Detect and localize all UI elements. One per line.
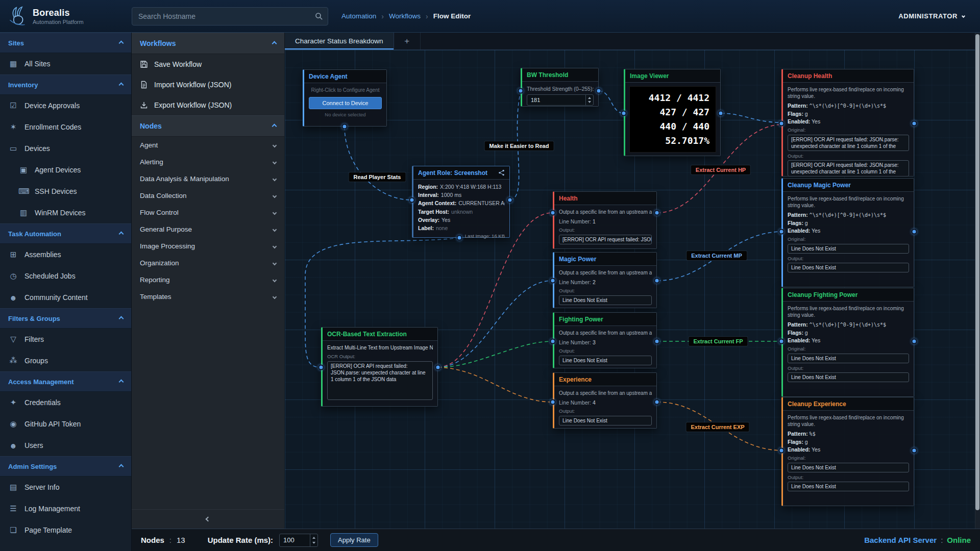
sidebar-section-admin-settings[interactable]: Admin Settings xyxy=(0,456,131,477)
sidebar-item-devices[interactable]: ▭ Devices xyxy=(0,138,131,159)
search-input[interactable] xyxy=(132,7,328,26)
port-experience-in[interactable] xyxy=(550,399,556,405)
node-bw-threshold[interactable]: BW Threshold Threshold Strength (0–255):… xyxy=(521,68,599,107)
port-magic-power-out[interactable] xyxy=(654,278,660,284)
sidebar-item-server-info[interactable]: ▤ Server Info xyxy=(0,477,131,498)
node-magic-power[interactable]: Magic Power Output a specific line from … xyxy=(553,252,657,308)
port-cleanup-magic-in[interactable] xyxy=(779,229,785,235)
port-cleanup-health-in[interactable] xyxy=(779,121,785,127)
port-cleanup-magic-out[interactable] xyxy=(912,229,917,235)
port-cleanup-fighting-in[interactable] xyxy=(779,339,785,344)
node-cleanup-experience[interactable]: Cleanup Experience Performs live regex-b… xyxy=(781,397,914,506)
sidebar-item-filters[interactable]: ▽ Filters xyxy=(0,329,131,350)
node-category-image-processing[interactable]: Image Processing xyxy=(132,238,284,255)
node-health[interactable]: Health Output a specific line from an up… xyxy=(553,191,657,249)
node-cleanup-magic-power[interactable]: Cleanup Magic Power Performs live regex-… xyxy=(781,178,914,287)
tab-character-status-breakdown[interactable]: Character Status Breakdown xyxy=(285,33,394,49)
flow-canvas[interactable]: Device Agent Right-Click to Configure Ag… xyxy=(285,50,980,529)
sidebar-item-credentials[interactable]: ✦ Credentials xyxy=(0,392,131,413)
spinner-down-button[interactable] xyxy=(586,100,593,105)
threshold-input[interactable]: 181 xyxy=(527,94,594,106)
port-cleanup-experience-in[interactable] xyxy=(779,448,785,454)
sidebar-item-log-management[interactable]: ☰ Log Management xyxy=(0,498,131,519)
threshold-value[interactable]: 181 xyxy=(527,95,585,105)
node-category-reporting[interactable]: Reporting xyxy=(132,271,284,288)
node-fighting-power[interactable]: Fighting Power Output a specific line fr… xyxy=(553,312,657,368)
node-experience[interactable]: Experience Output a specific line from a… xyxy=(553,372,657,429)
sidebar-item-enrollment-codes[interactable]: ✶ Enrollment Codes xyxy=(0,116,131,138)
node-category-general-purpose[interactable]: General Purpose xyxy=(132,221,284,238)
breadcrumb-item-workflows[interactable]: Workflows xyxy=(389,12,421,20)
sidebar-item-github-api-token[interactable]: ◉ GitHub API Token xyxy=(0,413,131,435)
port-device-agent-out[interactable] xyxy=(342,124,348,130)
port-bw-threshold-in[interactable] xyxy=(518,88,524,94)
sidebar-item-assemblies[interactable]: ⊞ Assemblies xyxy=(0,244,131,265)
add-tab-button[interactable]: + xyxy=(394,33,421,49)
sidebar-section-sites[interactable]: Sites xyxy=(0,33,131,53)
port-experience-out[interactable] xyxy=(654,399,660,405)
node-category-alerting[interactable]: Alerting xyxy=(132,154,284,170)
port-ocr-out[interactable] xyxy=(435,365,441,370)
node-cleanup-health[interactable]: Cleanup Health Performs live regex-based… xyxy=(781,69,914,177)
sidebar-item-users[interactable]: ☻ Users xyxy=(0,435,131,456)
node-category-data-analysis[interactable]: Data Analysis & Manipulation xyxy=(132,170,284,187)
node-image-viewer[interactable]: Image Viewer 4412 / 4412 427 / 427 440 /… xyxy=(624,69,721,156)
port-bw-threshold-out[interactable] xyxy=(596,88,602,94)
port-ocr-in[interactable] xyxy=(318,365,324,370)
port-health-out[interactable] xyxy=(654,210,660,216)
node-category-agent[interactable]: Agent xyxy=(132,137,284,154)
node-device-agent[interactable]: Device Agent Right-Click to Configure Ag… xyxy=(303,69,387,127)
sidebar-section-task-automation[interactable]: Task Automation xyxy=(0,223,131,244)
workflows-section-header[interactable]: Workflows xyxy=(132,33,284,54)
port-image-viewer-in[interactable] xyxy=(621,111,627,116)
right-top-region: Workflows Save Workflow xyxy=(132,33,980,529)
sidebar-item-scheduled-jobs[interactable]: ◷ Scheduled Jobs xyxy=(0,265,131,287)
port-screenshot-out[interactable] xyxy=(507,197,513,203)
port-screenshot-out-bottom[interactable] xyxy=(457,235,462,241)
node-category-flow-control[interactable]: Flow Control xyxy=(132,204,284,221)
sidebar-section-inventory[interactable]: Inventory xyxy=(0,74,131,95)
sidebar-section-filters-groups[interactable]: Filters & Groups xyxy=(0,308,131,329)
port-image-viewer-out[interactable] xyxy=(718,111,724,116)
port-health-in[interactable] xyxy=(550,210,556,216)
node-agent-screenshot[interactable]: Agent Role: Screenshot Region:X:200 Y:41… xyxy=(412,166,510,238)
node-cleanup-fighting-power[interactable]: Cleanup Fighting Power Performs live reg… xyxy=(781,288,914,397)
port-magic-power-in[interactable] xyxy=(550,278,556,284)
apply-rate-button[interactable]: Apply Rate xyxy=(330,533,378,547)
port-cleanup-fighting-out[interactable] xyxy=(912,339,917,344)
node-ocr-text-extraction[interactable]: OCR-Based Text Extraction Extract Multi-… xyxy=(321,327,438,407)
sidebar-item-all-sites[interactable]: ▦ All Sites xyxy=(0,53,131,74)
spinner-up-button[interactable] xyxy=(310,534,317,540)
sidebar-item-community-content[interactable]: ☻ Community Content xyxy=(0,287,131,308)
node-category-data-collection[interactable]: Data Collection xyxy=(132,187,284,204)
sidebar-section-access-management[interactable]: Access Management xyxy=(0,371,131,392)
update-rate-value[interactable]: 100 xyxy=(280,534,310,546)
share-icon[interactable] xyxy=(498,169,505,176)
sidebar-item-device-approvals[interactable]: ☑ Device Approvals xyxy=(0,95,131,116)
sidebar-item-agent-devices[interactable]: ▣ Agent Devices xyxy=(0,159,131,181)
sidebar-item-winrm-devices[interactable]: ▥ WinRM Devices xyxy=(0,202,131,223)
connect-to-device-button[interactable]: Connect to Device xyxy=(309,97,382,110)
search-icon[interactable] xyxy=(315,12,323,20)
admin-menu[interactable]: ADMINISTRATOR xyxy=(898,12,980,20)
update-rate-input[interactable]: 100 xyxy=(279,534,318,547)
node-category-templates[interactable]: Templates xyxy=(132,288,284,305)
node-category-organization[interactable]: Organization xyxy=(132,255,284,271)
port-cleanup-health-out[interactable] xyxy=(912,121,917,127)
sidebar-item-groups[interactable]: ⁂ Groups xyxy=(0,350,131,371)
nodes-section-header[interactable]: Nodes xyxy=(132,115,284,137)
port-cleanup-experience-out[interactable] xyxy=(912,448,917,454)
scrollbar-thumb[interactable] xyxy=(975,34,979,510)
sidebar-item-page-template[interactable]: ❏ Page Template xyxy=(0,519,131,541)
breadcrumb-item-automation[interactable]: Automation xyxy=(341,12,376,20)
spinner-up-button[interactable] xyxy=(586,95,593,100)
port-screenshot-in[interactable] xyxy=(409,197,415,203)
panel-collapse-button[interactable] xyxy=(132,509,284,529)
sidebar-item-ssh-devices[interactable]: ⌨ SSH Devices xyxy=(0,181,131,202)
export-workflow-button[interactable]: Export Workflow (JSON) xyxy=(132,95,284,115)
spinner-down-button[interactable] xyxy=(310,540,317,546)
import-workflow-button[interactable]: Import Workflow (JSON) xyxy=(132,74,284,95)
port-fighting-power-out[interactable] xyxy=(654,339,660,344)
save-workflow-button[interactable]: Save Workflow xyxy=(132,54,284,74)
port-fighting-power-in[interactable] xyxy=(550,339,556,344)
